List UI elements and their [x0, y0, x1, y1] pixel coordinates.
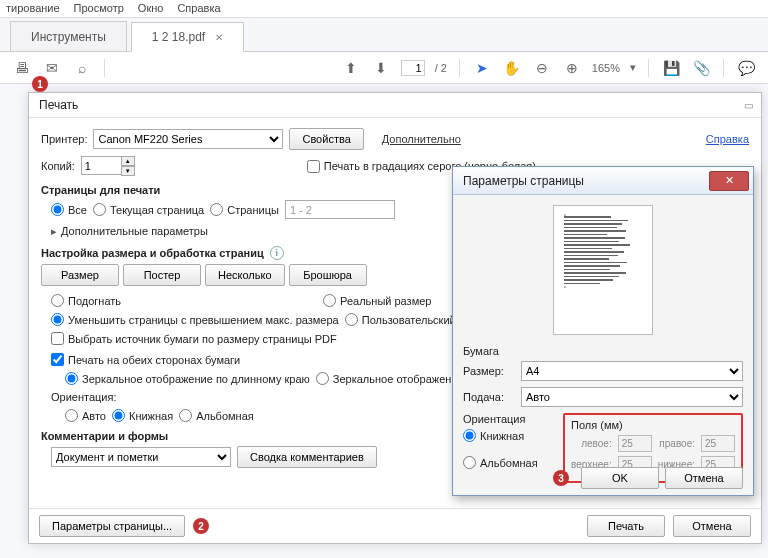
comment-icon[interactable]: 💬 [736, 58, 756, 78]
printer-select[interactable]: Canon MF220 Series [93, 129, 283, 149]
print-button[interactable]: Печать [587, 515, 665, 537]
fit-radio[interactable]: Подогнать [51, 294, 121, 307]
hand-icon[interactable]: ✋ [502, 58, 522, 78]
close-tab-icon[interactable]: ✕ [215, 32, 223, 43]
paper-size-label: Размер: [463, 365, 515, 377]
properties-button[interactable]: Свойства [289, 128, 363, 150]
margin-right-input [701, 435, 735, 452]
callout-badge-2: 2 [193, 518, 209, 534]
tab-strip: Инструменты 1 2 18.pdf✕ [0, 18, 768, 52]
menu-view[interactable]: Просмотр [74, 2, 124, 15]
choose-source-checkbox[interactable]: Выбрать источник бумаги по размеру стран… [51, 332, 337, 345]
tab-document[interactable]: 1 2 18.pdf✕ [131, 22, 244, 52]
margin-left-input [618, 435, 652, 452]
page-setup-title: Параметры страницы [463, 174, 584, 188]
attach-icon[interactable]: 📎 [691, 58, 711, 78]
menu-help[interactable]: Справка [177, 2, 220, 15]
pointer-icon[interactable]: ➤ [472, 58, 492, 78]
pages-range-radio[interactable]: Страницы [210, 203, 279, 216]
tab-tools[interactable]: Инструменты [10, 21, 127, 51]
page-number-input[interactable] [401, 60, 425, 76]
cancel-button[interactable]: Отмена [673, 515, 751, 537]
duplex-checkbox[interactable]: Печать на обеих сторонах бумаги [51, 353, 240, 366]
paper-source-label: Подача: [463, 391, 515, 403]
minus-icon[interactable]: ⊖ [532, 58, 552, 78]
plus-icon[interactable]: ⊕ [562, 58, 582, 78]
dropdown-icon[interactable]: ▾ [630, 61, 636, 74]
menu-edit[interactable]: тирование [6, 2, 60, 15]
size-button[interactable]: Размер [41, 264, 119, 286]
zoom-value[interactable]: 165% [592, 62, 620, 74]
summarize-button[interactable]: Сводка комментариев [237, 446, 377, 468]
orient-landscape-radio[interactable]: Альбомная [179, 409, 254, 422]
comments-select[interactable]: Документ и пометки [51, 447, 231, 467]
ok-button[interactable]: OK [581, 467, 659, 489]
ps-portrait-radio[interactable]: Книжная [463, 429, 524, 442]
menu-window[interactable]: Окно [138, 2, 164, 15]
page-setup-dialog: Параметры страницы ✕ Бумага Размер: A4 П… [452, 166, 754, 496]
shrink-radio[interactable]: Уменьшить страницы с превышением макс. р… [51, 313, 339, 326]
pages-all-radio[interactable]: Все [51, 203, 87, 216]
copies-spinner[interactable]: ▲▼ [81, 156, 135, 176]
help-link[interactable]: Справка [706, 133, 749, 145]
actual-radio[interactable]: Реальный размер [323, 294, 431, 307]
close-icon[interactable]: ✕ [709, 171, 749, 191]
pages-range-input[interactable] [285, 200, 395, 219]
page-down-icon[interactable]: ⬇ [371, 58, 391, 78]
zoom-out-icon[interactable]: ⌕ [72, 58, 92, 78]
page-up-icon[interactable]: ⬆ [341, 58, 361, 78]
mail-icon[interactable]: ✉ [42, 58, 62, 78]
poster-button[interactable]: Постер [123, 264, 201, 286]
save-icon[interactable]: 💾 [661, 58, 681, 78]
orient-portrait-radio[interactable]: Книжная [112, 409, 173, 422]
collapse-icon[interactable]: ▭ [744, 100, 751, 111]
orientation-label: Ориентация: [51, 391, 117, 403]
pages-current-radio[interactable]: Текущая страница [93, 203, 204, 216]
page-setup-button[interactable]: Параметры страницы... [39, 515, 185, 537]
copies-label: Копий: [41, 160, 75, 172]
ps-cancel-button[interactable]: Отмена [665, 467, 743, 489]
booklet-button[interactable]: Брошюра [289, 264, 367, 286]
print-dialog-title: Печать [39, 98, 78, 112]
callout-badge-1: 1 [32, 76, 48, 92]
page-total: / 2 [435, 62, 447, 74]
orient-auto-radio[interactable]: Авто [65, 409, 106, 422]
callout-badge-3: 3 [553, 470, 569, 486]
advanced-link[interactable]: Дополнительно [370, 128, 473, 150]
page-preview [553, 205, 653, 335]
paper-source-select[interactable]: Авто [521, 387, 743, 407]
sizing-section-title: Настройка размера и обработка страниц [41, 247, 264, 259]
main-toolbar: 🖶 ✉ ⌕ ⬆ ⬇ / 2 ➤ ✋ ⊖ ⊕ 165% ▾ 💾 📎 💬 [0, 52, 768, 84]
paper-label: Бумага [463, 345, 743, 357]
paper-size-select[interactable]: A4 [521, 361, 743, 381]
margins-label: Поля (мм) [571, 419, 735, 431]
info-icon[interactable]: i [270, 246, 284, 260]
printer-label: Принтер: [41, 133, 87, 145]
flip-long-radio[interactable]: Зеркальное отображение по длинному краю [65, 372, 310, 385]
print-icon[interactable]: 🖶 [12, 58, 32, 78]
orientation-group-label: Ориентация [463, 413, 555, 425]
multiple-button[interactable]: Несколько [205, 264, 285, 286]
menu-bar[interactable]: тирование Просмотр Окно Справка [0, 0, 768, 18]
